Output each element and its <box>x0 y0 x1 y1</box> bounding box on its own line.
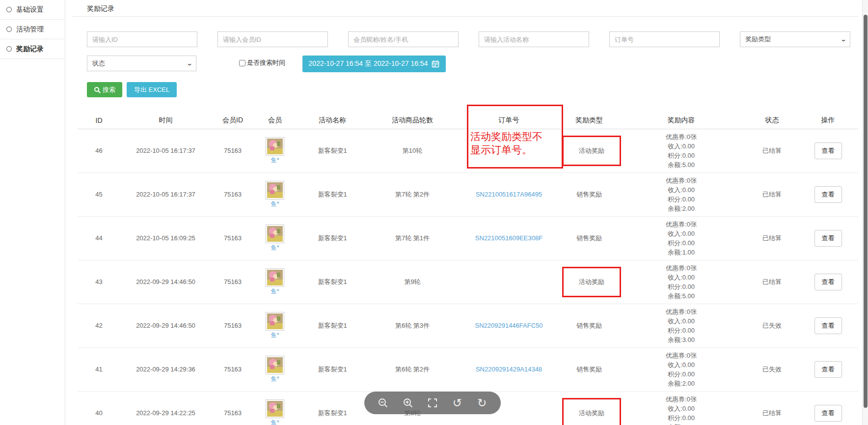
member-avatar[interactable] <box>266 399 284 418</box>
cell-time: 2022-09-29 14:22:25 <box>120 391 211 425</box>
reward-type-select[interactable]: 奖励类型 ⌄ <box>740 31 850 47</box>
search-time-checkbox[interactable] <box>239 60 245 66</box>
order-no-link[interactable]: SN2210051617A96495 <box>476 191 542 198</box>
cell-id: 45 <box>78 172 120 216</box>
table-row: 46 2022-10-05 16:17:37 75163 <box>78 129 858 172</box>
cell-reward-content: 优惠券:0张收入:0.00积分:0.00余额:5.00 <box>616 391 746 425</box>
member-nickname-link[interactable]: 鱼* <box>271 331 279 340</box>
cell-round: 第6轮 第3件 <box>369 304 456 347</box>
chevron-down-icon: ⌄ <box>840 36 847 43</box>
cell-member-id: 75163 <box>211 260 254 304</box>
cell-reward-type: 销售奖励 <box>562 347 616 391</box>
member-nickname-link[interactable]: 鱼* <box>271 419 279 425</box>
export-excel-button[interactable]: 导出 EXCEL <box>127 82 177 97</box>
member-nickname-link[interactable]: 鱼* <box>271 200 279 208</box>
member-avatar[interactable] <box>266 356 284 374</box>
table-header-row: ID时间会员ID会员活动名称活动商品轮数订单号奖励类型奖励内容状态操作 <box>78 112 858 129</box>
view-button[interactable]: 查看 <box>814 405 842 422</box>
reward-records-table: ID时间会员ID会员活动名称活动商品轮数订单号奖励类型奖励内容状态操作 46 2… <box>78 112 858 425</box>
calendar-icon <box>432 60 439 68</box>
member-nickname-link[interactable]: 鱼* <box>271 287 279 296</box>
table-row: 44 2022-10-05 16:09:25 75163 <box>78 216 858 260</box>
cell-member: 鱼* <box>254 172 296 216</box>
view-button[interactable]: 查看 <box>814 317 842 334</box>
view-button[interactable]: 查看 <box>814 230 842 247</box>
member-id-input[interactable] <box>217 31 328 47</box>
scrollbar-thumb[interactable] <box>864 15 868 408</box>
cell-member-id: 75163 <box>211 304 254 347</box>
member-nickname-link[interactable]: 鱼* <box>271 156 279 165</box>
cell-round: 第6轮 第2件 <box>369 347 456 391</box>
page-title: 奖励记录 <box>87 4 114 13</box>
sidebar-item-reward-records[interactable]: 奖励记录 <box>0 39 65 59</box>
fullscreen-icon[interactable] <box>427 397 438 409</box>
column-header: 时间 <box>120 112 211 129</box>
view-button[interactable]: 查看 <box>814 274 842 290</box>
cell-action: 查看 <box>798 304 858 347</box>
view-button[interactable]: 查看 <box>814 142 842 159</box>
cell-id: 43 <box>78 260 120 304</box>
cell-reward-content: 优惠券:0张收入:0.00积分:0.00余额:2.00 <box>616 347 746 391</box>
search-time-checkbox-label: 是否搜索时间 <box>247 58 285 67</box>
cell-id: 46 <box>78 129 120 172</box>
cell-status: 已结算 <box>746 172 798 216</box>
member-nickname-link[interactable]: 鱼* <box>271 375 279 383</box>
cell-member: 鱼* <box>254 391 296 425</box>
sidebar: 基础设置 活动管理 奖励记录 <box>0 0 65 425</box>
cell-member: 鱼* <box>254 216 296 260</box>
cell-member-id: 75163 <box>211 216 254 260</box>
cell-member: 鱼* <box>254 347 296 391</box>
member-avatar[interactable] <box>266 181 284 199</box>
image-viewer-toolbar: ↺ ↻ <box>364 392 501 414</box>
avatar-image <box>267 270 283 285</box>
cell-reward-content: 优惠券:0张收入:0.00积分:0.00余额:3.00 <box>616 304 746 347</box>
scrollbar-track[interactable] <box>862 0 868 425</box>
cell-action: 查看 <box>798 260 858 304</box>
cell-round: 第10轮 <box>369 129 456 172</box>
activity-name-input[interactable] <box>479 31 589 47</box>
cell-status: 已失效 <box>746 347 798 391</box>
cell-reward-content: 优惠券:0张收入:0.00积分:0.00余额:5.00 <box>616 129 746 172</box>
sidebar-item-activity-management[interactable]: 活动管理 <box>0 20 65 39</box>
member-nickname-link[interactable]: 鱼* <box>271 244 279 252</box>
cell-round: 第7轮 第2件 <box>369 172 456 216</box>
order-no-input[interactable] <box>609 31 720 47</box>
zoom-out-icon[interactable] <box>377 397 389 409</box>
member-info-input[interactable] <box>348 31 459 47</box>
radio-circle-icon <box>6 27 12 32</box>
view-button[interactable]: 查看 <box>814 186 842 203</box>
order-no-link[interactable]: SN2209291446FAFC50 <box>475 322 542 329</box>
status-select-value: 状态 <box>92 59 105 68</box>
view-button[interactable]: 查看 <box>814 361 842 378</box>
cell-reward-type: 活动奖励 <box>562 260 616 304</box>
member-avatar[interactable] <box>266 312 284 331</box>
reward-type-text: 销售奖励 <box>562 365 616 374</box>
cell-member: 鱼* <box>254 129 296 172</box>
search-button[interactable]: 搜索 <box>87 82 122 97</box>
cell-time: 2022-10-05 16:17:37 <box>120 172 211 216</box>
cell-activity-name: 新客裂变1 <box>296 172 369 216</box>
member-avatar[interactable] <box>266 225 284 243</box>
cell-order-no: SN2210051609EE308F <box>456 216 562 260</box>
column-header: 活动名称 <box>296 112 369 129</box>
cell-time: 2022-10-05 16:17:37 <box>120 129 211 172</box>
member-avatar[interactable] <box>266 137 284 156</box>
order-no-link[interactable]: SN2210051609EE308F <box>475 234 542 242</box>
id-input[interactable] <box>87 31 197 47</box>
cell-reward-type: 活动奖励 <box>562 129 616 172</box>
rotate-left-icon[interactable]: ↺ <box>451 397 463 409</box>
cell-activity-name: 新客裂变1 <box>296 391 369 425</box>
rotate-right-icon[interactable]: ↻ <box>476 397 488 409</box>
status-select[interactable]: 状态 ⌄ <box>87 56 196 71</box>
column-header: 奖励类型 <box>562 112 616 129</box>
chevron-down-icon: ⌄ <box>186 60 193 67</box>
zoom-in-icon[interactable] <box>402 397 414 409</box>
reward-content-lines: 优惠券:0张收入:0.00积分:0.00余额:5.00 <box>616 132 746 170</box>
sidebar-item-basic-settings[interactable]: 基础设置 <box>0 0 65 20</box>
column-header: ID <box>78 112 120 129</box>
date-range-button[interactable]: 2022-10-27 16:54 至 2022-10-27 16:54 <box>302 56 446 72</box>
order-no-link[interactable]: SN2209291429A14348 <box>476 366 542 373</box>
avatar-image <box>267 182 283 198</box>
member-avatar[interactable] <box>266 268 284 287</box>
sidebar-item-label: 基础设置 <box>16 5 44 14</box>
